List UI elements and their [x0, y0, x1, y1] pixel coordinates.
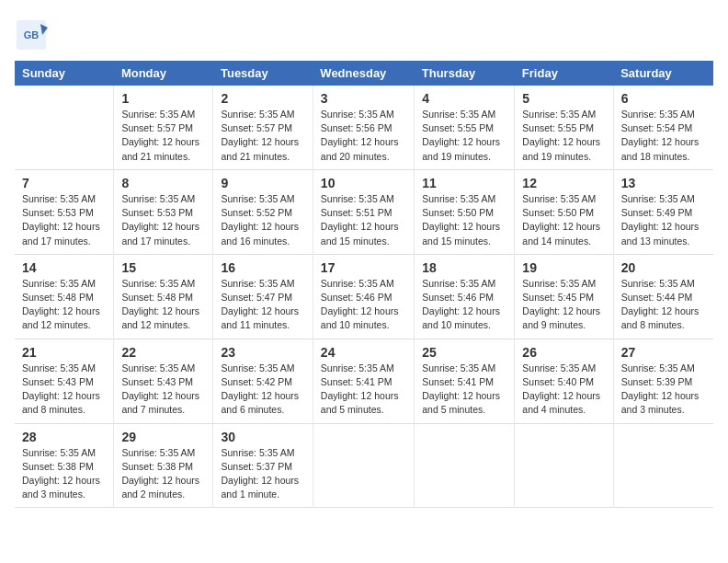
- day-number: 8: [121, 176, 205, 190]
- day-number: 3: [321, 91, 406, 106]
- day-info: Sunrise: 5:35 AM Sunset: 5:51 PM Dayligh…: [321, 192, 406, 248]
- day-cell: [313, 423, 414, 508]
- day-number: 15: [121, 260, 205, 275]
- day-info: Sunrise: 5:35 AM Sunset: 5:46 PM Dayligh…: [422, 277, 506, 333]
- day-cell: 19Sunrise: 5:35 AM Sunset: 5:45 PM Dayli…: [515, 254, 613, 339]
- day-cell: 18Sunrise: 5:35 AM Sunset: 5:46 PM Dayli…: [415, 254, 515, 339]
- day-number: 23: [221, 345, 304, 360]
- day-number: 29: [121, 430, 205, 444]
- day-info: Sunrise: 5:35 AM Sunset: 5:56 PM Dayligh…: [321, 108, 406, 164]
- day-info: Sunrise: 5:35 AM Sunset: 5:50 PM Dayligh…: [422, 192, 506, 248]
- svg-text:GB: GB: [24, 29, 40, 40]
- day-cell: 15Sunrise: 5:35 AM Sunset: 5:48 PM Dayli…: [114, 254, 213, 339]
- week-row-5: 28Sunrise: 5:35 AM Sunset: 5:38 PM Dayli…: [15, 423, 713, 508]
- day-info: Sunrise: 5:35 AM Sunset: 5:43 PM Dayligh…: [22, 362, 106, 418]
- day-cell: 24Sunrise: 5:35 AM Sunset: 5:41 PM Dayli…: [313, 339, 414, 423]
- day-info: Sunrise: 5:35 AM Sunset: 5:55 PM Dayligh…: [522, 108, 605, 164]
- header-wednesday: Wednesday: [313, 61, 414, 86]
- day-cell: 25Sunrise: 5:35 AM Sunset: 5:41 PM Dayli…: [415, 339, 515, 423]
- page-header: GB: [15, 15, 713, 52]
- day-number: 25: [422, 345, 506, 360]
- day-info: Sunrise: 5:35 AM Sunset: 5:55 PM Dayligh…: [422, 108, 506, 164]
- day-info: Sunrise: 5:35 AM Sunset: 5:48 PM Dayligh…: [121, 277, 205, 333]
- day-cell: [15, 86, 114, 169]
- day-info: Sunrise: 5:35 AM Sunset: 5:41 PM Dayligh…: [422, 362, 506, 418]
- day-cell: [415, 423, 515, 508]
- day-info: Sunrise: 5:35 AM Sunset: 5:48 PM Dayligh…: [22, 277, 106, 333]
- day-cell: [613, 423, 713, 508]
- week-row-4: 21Sunrise: 5:35 AM Sunset: 5:43 PM Dayli…: [15, 339, 713, 423]
- day-info: Sunrise: 5:35 AM Sunset: 5:39 PM Dayligh…: [621, 362, 706, 418]
- day-cell: 30Sunrise: 5:35 AM Sunset: 5:37 PM Dayli…: [213, 423, 313, 508]
- day-number: 10: [321, 176, 406, 190]
- day-cell: 7Sunrise: 5:35 AM Sunset: 5:53 PM Daylig…: [15, 169, 114, 254]
- day-info: Sunrise: 5:35 AM Sunset: 5:54 PM Dayligh…: [621, 108, 706, 164]
- day-number: 18: [422, 260, 506, 275]
- day-info: Sunrise: 5:35 AM Sunset: 5:37 PM Dayligh…: [221, 446, 304, 502]
- day-info: Sunrise: 5:35 AM Sunset: 5:53 PM Dayligh…: [22, 192, 106, 248]
- day-info: Sunrise: 5:35 AM Sunset: 5:38 PM Dayligh…: [22, 446, 106, 502]
- day-cell: [515, 423, 613, 508]
- day-number: 1: [121, 91, 205, 106]
- day-cell: 23Sunrise: 5:35 AM Sunset: 5:42 PM Dayli…: [213, 339, 313, 423]
- day-info: Sunrise: 5:35 AM Sunset: 5:47 PM Dayligh…: [221, 277, 304, 333]
- day-cell: 28Sunrise: 5:35 AM Sunset: 5:38 PM Dayli…: [15, 423, 114, 508]
- day-info: Sunrise: 5:35 AM Sunset: 5:43 PM Dayligh…: [121, 362, 205, 418]
- header-sunday: Sunday: [15, 61, 114, 86]
- day-number: 27: [621, 345, 706, 360]
- header-thursday: Thursday: [415, 61, 515, 86]
- day-info: Sunrise: 5:35 AM Sunset: 5:49 PM Dayligh…: [621, 192, 706, 248]
- day-number: 13: [621, 176, 706, 190]
- day-number: 17: [321, 260, 406, 275]
- day-cell: 10Sunrise: 5:35 AM Sunset: 5:51 PM Dayli…: [313, 169, 414, 254]
- day-number: 24: [321, 345, 406, 360]
- day-number: 22: [121, 345, 205, 360]
- day-cell: 14Sunrise: 5:35 AM Sunset: 5:48 PM Dayli…: [15, 254, 114, 339]
- day-cell: 29Sunrise: 5:35 AM Sunset: 5:38 PM Dayli…: [114, 423, 213, 508]
- day-cell: 3Sunrise: 5:35 AM Sunset: 5:56 PM Daylig…: [313, 86, 414, 169]
- day-info: Sunrise: 5:35 AM Sunset: 5:57 PM Dayligh…: [121, 108, 205, 164]
- day-number: 9: [221, 176, 304, 190]
- day-number: 11: [422, 176, 506, 190]
- day-info: Sunrise: 5:35 AM Sunset: 5:57 PM Dayligh…: [221, 108, 304, 164]
- day-number: 5: [522, 91, 605, 106]
- day-number: 21: [22, 345, 106, 360]
- day-cell: 21Sunrise: 5:35 AM Sunset: 5:43 PM Dayli…: [15, 339, 114, 423]
- day-number: 28: [22, 430, 106, 444]
- header-friday: Friday: [515, 61, 613, 86]
- header-tuesday: Tuesday: [213, 61, 313, 86]
- day-info: Sunrise: 5:35 AM Sunset: 5:53 PM Dayligh…: [121, 192, 205, 248]
- day-number: 14: [22, 260, 106, 275]
- header-saturday: Saturday: [613, 61, 713, 86]
- day-number: 6: [621, 91, 706, 106]
- logo-icon: GB: [15, 18, 48, 52]
- day-cell: 1Sunrise: 5:35 AM Sunset: 5:57 PM Daylig…: [114, 86, 213, 169]
- calendar-header-row: SundayMondayTuesdayWednesdayThursdayFrid…: [15, 61, 713, 86]
- day-number: 12: [522, 176, 605, 190]
- day-cell: 9Sunrise: 5:35 AM Sunset: 5:52 PM Daylig…: [213, 169, 313, 254]
- week-row-3: 14Sunrise: 5:35 AM Sunset: 5:48 PM Dayli…: [15, 254, 713, 339]
- day-info: Sunrise: 5:35 AM Sunset: 5:41 PM Dayligh…: [321, 362, 406, 418]
- logo: GB: [15, 18, 51, 52]
- day-number: 26: [522, 345, 605, 360]
- header-monday: Monday: [114, 61, 213, 86]
- day-number: 7: [22, 176, 106, 190]
- day-cell: 6Sunrise: 5:35 AM Sunset: 5:54 PM Daylig…: [613, 86, 713, 169]
- day-info: Sunrise: 5:35 AM Sunset: 5:52 PM Dayligh…: [221, 192, 304, 248]
- day-cell: 12Sunrise: 5:35 AM Sunset: 5:50 PM Dayli…: [515, 169, 613, 254]
- day-cell: 8Sunrise: 5:35 AM Sunset: 5:53 PM Daylig…: [114, 169, 213, 254]
- day-cell: 2Sunrise: 5:35 AM Sunset: 5:57 PM Daylig…: [213, 86, 313, 169]
- day-number: 2: [221, 91, 304, 106]
- week-row-2: 7Sunrise: 5:35 AM Sunset: 5:53 PM Daylig…: [15, 169, 713, 254]
- day-cell: 11Sunrise: 5:35 AM Sunset: 5:50 PM Dayli…: [415, 169, 515, 254]
- day-cell: 16Sunrise: 5:35 AM Sunset: 5:47 PM Dayli…: [213, 254, 313, 339]
- day-cell: 26Sunrise: 5:35 AM Sunset: 5:40 PM Dayli…: [515, 339, 613, 423]
- day-info: Sunrise: 5:35 AM Sunset: 5:44 PM Dayligh…: [621, 277, 706, 333]
- day-cell: 4Sunrise: 5:35 AM Sunset: 5:55 PM Daylig…: [415, 86, 515, 169]
- day-number: 4: [422, 91, 506, 106]
- day-info: Sunrise: 5:35 AM Sunset: 5:50 PM Dayligh…: [522, 192, 605, 248]
- day-info: Sunrise: 5:35 AM Sunset: 5:46 PM Dayligh…: [321, 277, 406, 333]
- day-cell: 17Sunrise: 5:35 AM Sunset: 5:46 PM Dayli…: [313, 254, 414, 339]
- day-number: 30: [221, 430, 304, 444]
- day-cell: 13Sunrise: 5:35 AM Sunset: 5:49 PM Dayli…: [613, 169, 713, 254]
